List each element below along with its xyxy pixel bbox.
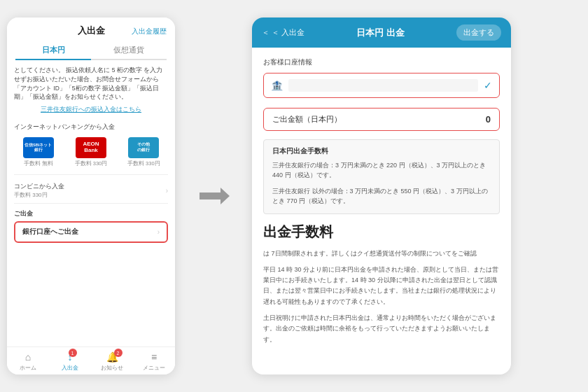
gobank-chevron: › — [158, 228, 160, 236]
main-desc2: 平日 14 時 30 分より前に日本円出金を申請された場合、原則として当日、また… — [263, 265, 500, 307]
bank-other[interactable]: その他の銀行 手数料 330円 — [120, 137, 168, 167]
deposit-badge: 1 — [69, 349, 77, 357]
bottom-nav: ⌂ ホーム ↕ 1 入出金 🔔 2 お知らせ ≡ メニュー — [7, 346, 175, 374]
shinsei-logo: 住信SBIネット銀行 — [23, 137, 54, 158]
gobank-section: ご出金 銀行口座へご出金 › — [7, 206, 175, 243]
konbini-chevron: › — [166, 187, 168, 195]
arrow-container — [196, 186, 231, 206]
back-button[interactable]: ＜ ＜ 入出金 — [262, 27, 304, 38]
tab-crypto[interactable]: 仮想通貨 — [91, 41, 167, 59]
divider2 — [14, 203, 168, 204]
divider1 — [14, 174, 168, 175]
header-link[interactable]: 入出金履歴 — [132, 27, 167, 35]
nav-home-label: ホーム — [20, 364, 36, 372]
header-title: 入出金 — [78, 24, 105, 37]
right-body: お客様口座情報 🏦 ✓ ご出金額（日本円） 0 日本円出金手数料 三井住友銀行の… — [252, 48, 511, 374]
bank-grid: 住信SBIネット銀行 手数料 無料 AEONBank 手数料 330円 その他の… — [7, 134, 175, 172]
svg-marker-0 — [200, 188, 230, 204]
gobank-label: 銀行口座へご出金 — [22, 227, 78, 237]
home-icon: ⌂ — [25, 351, 31, 363]
nav-menu[interactable]: ≡ メニュー — [133, 351, 175, 372]
account-field[interactable] — [288, 79, 478, 92]
aeon-logo: AEONBank — [76, 137, 106, 158]
nav-notice-label: お知らせ — [101, 364, 123, 372]
bank2-fee: 手数料 330円 — [75, 160, 108, 167]
konbini-fee: 手数料 330円 — [14, 191, 64, 199]
panel-title: 日本円 出金 — [356, 27, 405, 39]
back-arrow-icon: ＜ — [262, 27, 270, 38]
fee-info-text2: 三井住友銀行 以外の場合：3 万円未満のとき 550 円（税込）、3 万円以上の… — [272, 186, 491, 206]
right-panel: ＜ ＜ 入出金 日本円 出金 出金する お客様口座情報 🏦 ✓ ご出金額（日本円… — [252, 18, 511, 374]
phone-header: 入出金 入出金履歴 日本円 仮想通貨 — [7, 18, 175, 60]
fee-info-text1: 三井住友銀行の場合：3 万円未満のとき 220 円（税込）、3 万円以上のとき … — [272, 160, 491, 181]
amount-label: ご出金額（日本円） — [272, 114, 342, 125]
nav-notice-badge-container: 🔔 2 — [106, 351, 118, 363]
main-desc3: 土日祝明けに申請された日本円出金は、通常よりお時間をいただく場合がございます。出… — [263, 313, 500, 345]
withdraw-button[interactable]: 出金する — [456, 24, 501, 41]
phone-body: としてください。 振込依頼人名に 5 桁の数字 を入力せずお振込いただいた場合、… — [7, 60, 175, 346]
account-input-row: 🏦 ✓ — [263, 73, 500, 98]
deposit-title: ご出金 — [14, 209, 168, 221]
internet-banking-title: インターネットバンキングから入金 — [7, 118, 175, 134]
bank-link[interactable]: 三井住友銀行への振込入金はこちら — [7, 104, 175, 118]
bank3-fee: 手数料 330円 — [127, 160, 160, 167]
nav-menu-label: メニュー — [143, 364, 165, 372]
fee-info-box: 日本円出金手数料 三井住友銀行の場合：3 万円未満のとき 220 円（税込）、3… — [263, 139, 500, 214]
konbini-section[interactable]: コンビニから入金 手数料 330円 › — [7, 178, 175, 200]
account-icon: 🏦 — [271, 80, 283, 91]
nav-home[interactable]: ⌂ ホーム — [7, 351, 49, 372]
nav-deposit[interactable]: ↕ 1 入出金 — [49, 351, 91, 372]
gobank-button[interactable]: 銀行口座へご出金 › — [14, 221, 168, 243]
bank1-fee: 手数料 無料 — [24, 160, 53, 167]
back-label: ＜ 入出金 — [272, 27, 304, 38]
nav-notice[interactable]: 🔔 2 お知らせ — [91, 351, 133, 372]
amount-value: 0 — [486, 114, 491, 125]
arrow-icon — [196, 186, 231, 206]
nav-deposit-badge-container: ↕ 1 — [68, 351, 73, 363]
left-phone: 入出金 入出金履歴 日本円 仮想通貨 としてください。 振込依頼人名に 5 桁の… — [7, 18, 175, 374]
main-desc1: は 7日間制限されます。詳しくはクイ想通貨送付等の制限についてをご確認 — [263, 248, 500, 259]
tab-jpy[interactable]: 日本円 — [15, 41, 91, 59]
account-section-label: お客様口座情報 — [263, 57, 500, 67]
nav-deposit-label: 入出金 — [62, 364, 78, 372]
amount-input-row[interactable]: ご出金額（日本円） 0 — [263, 108, 500, 131]
bank-aeon[interactable]: AEONBank 手数料 330円 — [66, 137, 115, 167]
menu-icon: ≡ — [151, 351, 157, 363]
right-header: ＜ ＜ 入出金 日本円 出金 出金する — [252, 18, 511, 48]
notice-text: としてください。 振込依頼人名に 5 桁の数字 を入力せずお振込いただいた場合、… — [7, 60, 175, 104]
other-logo: その他の銀行 — [128, 137, 159, 158]
fee-info-title: 日本円出金手数料 — [272, 147, 491, 156]
bank-shinsei[interactable]: 住信SBIネット銀行 手数料 無料 — [14, 137, 62, 167]
check-icon: ✓ — [484, 80, 492, 91]
konbini-title: コンビニから入金 — [14, 182, 64, 191]
notice-badge: 2 — [114, 349, 122, 357]
big-title: 出金手数料 — [263, 223, 500, 241]
